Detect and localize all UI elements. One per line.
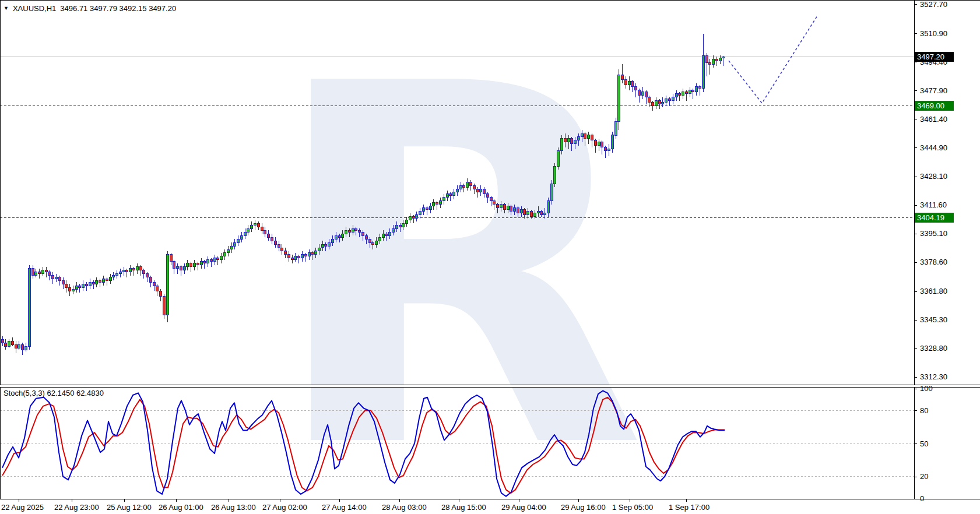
price-tick [914,4,917,5]
stochastic-levels [0,411,915,477]
resistance-level-badge: 3469.00 [915,101,954,111]
time-tick [176,499,177,502]
price-tick [914,147,917,148]
ohlc-readout: 3496.71 3497.79 3492.15 3497.20 [60,4,176,13]
stoch-tick-label: 50 [920,439,928,448]
price-tick-label: 3361.80 [920,287,947,295]
time-tick [19,499,19,502]
time-tick-label: 26 Aug 13:00 [211,503,256,512]
price-tick-label: 3312.30 [920,372,947,381]
price-tick-label: 3527.70 [920,0,947,9]
time-tick [578,499,579,502]
time-tick-label: 29 Aug 04:00 [501,503,546,512]
stoch-tick [914,499,917,499]
mt4-chart-window: R ▼ XAUUSD,H1 3496.71 3497.79 3492.15 34… [0,0,980,514]
forecast-projection-line[interactable] [729,15,818,104]
time-tick-label: 1 Sep 05:00 [612,503,653,512]
price-tick [914,119,917,119]
price-tick [914,90,917,91]
stoch-tick-label: 20 [920,472,928,481]
time-tick [459,499,459,502]
time-tick-label: 29 Aug 16:00 [561,503,606,512]
stochastic-panel[interactable] [0,387,915,499]
price-tick-label: 3411.60 [920,200,947,209]
price-tick [914,348,917,349]
price-tick-label: 3444.90 [920,143,947,152]
stoch-tick-label: 80 [920,406,928,415]
time-tick [72,499,72,502]
time-tick [124,499,125,502]
time-tick [229,499,229,502]
panel-separator[interactable] [0,385,980,388]
chart-header: ▼ XAUUSD,H1 3496.71 3497.79 3492.15 3497… [3,4,176,13]
indicator-label: Stoch(5,3,3) 62.1450 62.4830 [3,389,104,397]
price-tick-label: 3510.90 [920,29,947,38]
time-tick [519,499,519,502]
time-tick [280,499,280,502]
price-chart-area[interactable] [0,0,915,385]
price-tick [914,377,917,378]
time-tick [339,499,340,502]
stoch-tick [914,443,917,444]
stoch-tick [914,389,917,389]
time-tick [630,499,630,502]
price-tick [914,262,917,263]
time-tick-label: 22 Aug 2025 [1,503,44,512]
support-level-badge: 3404.19 [915,213,954,223]
stoch-tick-label: 0 [920,494,924,503]
time-tick-label: 27 Aug 14:00 [322,503,367,512]
time-tick-label: 25 Aug 12:00 [107,503,152,512]
price-tick-label: 3477.90 [920,86,947,95]
price-tick-label: 3461.40 [920,115,947,124]
price-tick [914,291,917,292]
symbol-timeframe: XAUUSD,H1 [13,4,56,13]
candlesticks [1,34,725,355]
price-tick-label: 3428.10 [920,172,947,181]
stoch-tick-label: 100 [920,384,933,393]
stoch-tick [914,410,917,411]
time-tick-label: 27 Aug 02:00 [262,503,307,512]
time-tick [399,499,400,502]
current-price-badge: 3497.20 [915,52,954,62]
price-tick [914,320,917,321]
price-tick-label: 3395.10 [920,229,947,238]
time-tick-label: 1 Sep 17:00 [669,503,709,512]
time-tick-label: 22 Aug 23:00 [54,503,99,512]
price-tick [914,33,917,34]
price-tick [914,177,917,177]
price-tick-label: 3378.60 [920,258,947,266]
time-tick-label: 28 Aug 03:00 [382,503,427,512]
stoch-tick [914,477,917,477]
time-tick-label: 28 Aug 15:00 [441,503,486,512]
price-tick-label: 3328.80 [920,344,947,353]
time-tick-label: 26 Aug 01:00 [159,503,203,512]
price-tick [914,234,917,234]
symbol-dropdown-icon[interactable]: ▼ [3,5,9,12]
price-tick [914,205,917,206]
price-tick [914,62,917,62]
time-tick [686,499,687,502]
price-tick-label: 3345.30 [920,315,947,324]
